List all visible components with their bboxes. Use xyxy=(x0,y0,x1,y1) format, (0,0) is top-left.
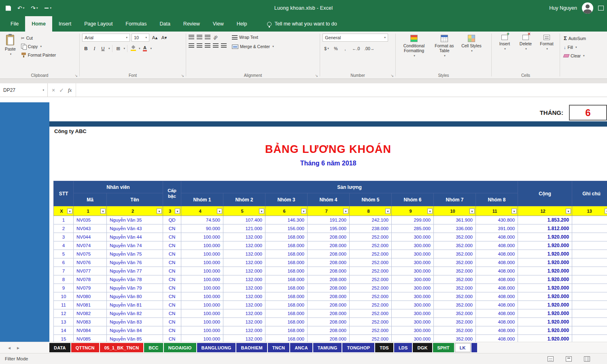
ribbon-tab-home[interactable]: Home xyxy=(25,16,52,32)
cell-nhom-2[interactable]: 132.000 xyxy=(223,309,265,318)
cell-nhom-3[interactable]: 168.000 xyxy=(265,301,308,309)
cell-nhom-8[interactable]: 408.000 xyxy=(476,284,518,292)
cell-nhom-1[interactable]: 100.000 xyxy=(181,301,223,309)
save-button[interactable] xyxy=(6,6,11,11)
cell-nhom-8[interactable]: 430.800 xyxy=(476,216,518,224)
cell-nhom-2[interactable]: 121.000 xyxy=(223,224,265,233)
ribbon-tab-view[interactable]: View xyxy=(206,16,230,32)
align-left-button[interactable] xyxy=(189,43,194,48)
cell-nhom-2[interactable]: 132.000 xyxy=(223,318,265,326)
cell-cong[interactable]: 1.920.000 xyxy=(518,309,572,318)
filter-cell-11[interactable]: 11▾ xyxy=(476,206,518,216)
cell-nhom-3[interactable]: 168.000 xyxy=(265,292,308,301)
filter-cell-X[interactable]: X▾ xyxy=(54,206,74,216)
cell-nhom-7[interactable]: 352.000 xyxy=(434,301,476,309)
autosum-button[interactable]: ΣAutoSum xyxy=(562,34,602,42)
cell-ghi-chu[interactable] xyxy=(572,318,607,326)
sheet-tab-qttncn[interactable]: QTTNCN xyxy=(71,343,99,352)
increase-font-button[interactable]: A▴ xyxy=(151,34,159,42)
cell-nhom-7[interactable]: 352.000 xyxy=(434,267,476,275)
cell-stt[interactable]: 3 xyxy=(54,233,74,241)
cell-cong[interactable]: 1.920.000 xyxy=(518,318,572,326)
cell-stt[interactable]: 4 xyxy=(54,241,74,250)
cell-ma[interactable]: NV085 xyxy=(74,335,107,342)
comma-style-button[interactable]: , xyxy=(341,44,349,52)
clipboard-dialog-launcher[interactable]: ↘ xyxy=(74,74,78,78)
filter-cell-8[interactable]: 8▾ xyxy=(350,206,392,216)
cell-nhom-2[interactable]: 132.000 xyxy=(223,326,265,335)
cell-stt[interactable]: 6 xyxy=(54,258,74,267)
cell-cap-bac[interactable]: CN xyxy=(163,292,181,301)
filter-dropdown-icon[interactable]: ▾ xyxy=(67,208,72,214)
cell-ghi-chu[interactable] xyxy=(572,250,607,258)
cell-nhom-6[interactable]: 300.000 xyxy=(392,326,434,335)
cell-nhom-1[interactable]: 100.000 xyxy=(181,318,223,326)
cell-nhom-5[interactable]: 252.000 xyxy=(350,241,392,250)
underline-button[interactable]: U xyxy=(99,44,107,52)
cell-nhom-7[interactable]: 352.000 xyxy=(434,250,476,258)
cell-nhom-4[interactable]: 208.000 xyxy=(308,275,350,284)
align-right-button[interactable] xyxy=(205,43,210,48)
cell-nhom-1[interactable]: 100.000 xyxy=(181,309,223,318)
cell-nhom-5[interactable]: 252.000 xyxy=(350,318,392,326)
cell-stt[interactable]: 13 xyxy=(54,318,74,326)
cell-ten[interactable]: Nguyễn Văn 85 xyxy=(107,335,163,342)
filter-cell-10[interactable]: 10▾ xyxy=(434,206,476,216)
cell-ma[interactable]: NV043 xyxy=(74,224,107,233)
cell-ma[interactable]: NV081 xyxy=(74,301,107,309)
cell-ghi-chu[interactable] xyxy=(572,292,607,301)
cell-nhom-5[interactable]: 238.000 xyxy=(350,224,392,233)
insert-cells-button[interactable]: Insert ▾ xyxy=(494,34,515,52)
font-color-button[interactable]: A xyxy=(141,44,149,52)
cell-ghi-chu[interactable] xyxy=(572,309,607,318)
tell-me-box[interactable]: Tell me what you want to do xyxy=(267,16,337,32)
ribbon-display-options-icon[interactable] xyxy=(598,6,604,11)
number-dialog-launcher[interactable]: ↘ xyxy=(391,74,394,78)
cell-nhom-5[interactable]: 252.000 xyxy=(350,250,392,258)
cell-nhom-1[interactable]: 100.000 xyxy=(181,250,223,258)
filter-cell-7[interactable]: 7▾ xyxy=(308,206,350,216)
cell-nhom-1[interactable]: 100.000 xyxy=(181,258,223,267)
cell-ten[interactable]: Nguyễn Văn 75 xyxy=(107,250,163,258)
month-value-cell[interactable]: 6 xyxy=(569,105,607,121)
cell-nhom-8[interactable]: 391.000 xyxy=(476,224,518,233)
cell-nhom-5[interactable]: 252.000 xyxy=(350,233,392,241)
formula-input[interactable] xyxy=(76,83,607,97)
accounting-format-button[interactable]: $▾ xyxy=(323,44,331,52)
cell-cap-bac[interactable]: CN xyxy=(163,250,181,258)
cell-ghi-chu[interactable] xyxy=(572,301,607,309)
cell-ten[interactable]: Nguyễn Văn 43 xyxy=(107,224,163,233)
cell-cong[interactable]: 1.920.000 xyxy=(518,267,572,275)
cell-nhom-7[interactable]: 352.000 xyxy=(434,258,476,267)
cell-ma[interactable]: NV044 xyxy=(74,233,107,241)
cell-nhom-3[interactable]: 168.000 xyxy=(265,233,308,241)
cell-nhom-6[interactable]: 299.000 xyxy=(392,216,434,224)
cell-nhom-7[interactable]: 352.000 xyxy=(434,233,476,241)
cell-nhom-5[interactable]: 242.100 xyxy=(350,216,392,224)
cell-nhom-2[interactable]: 132.000 xyxy=(223,233,265,241)
cell-nhom-4[interactable]: 208.000 xyxy=(308,292,350,301)
cell-ghi-chu[interactable] xyxy=(572,335,607,342)
sheet-tab-anca[interactable]: ANCA xyxy=(290,343,312,352)
page-layout-view-button[interactable] xyxy=(566,356,572,362)
cell-nhom-6[interactable]: 300.000 xyxy=(392,233,434,241)
cell-nhom-5[interactable]: 252.000 xyxy=(350,309,392,318)
merge-center-button[interactable]: Merge & Center▾ xyxy=(231,43,275,50)
orientation-button[interactable] xyxy=(212,34,219,41)
wrap-text-button[interactable]: Wrap Text xyxy=(231,34,275,40)
cell-ten[interactable]: Nguyễn Văn 79 xyxy=(107,284,163,292)
cell-ten[interactable]: Nguyễn Văn 44 xyxy=(107,233,163,241)
increase-indent-button[interactable] xyxy=(221,43,227,48)
previous-sheet-button[interactable]: ◂ xyxy=(8,345,11,351)
cell-ghi-chu[interactable] xyxy=(572,241,607,250)
cell-nhom-3[interactable]: 168.000 xyxy=(265,318,308,326)
cell-cong[interactable]: 1.812.000 xyxy=(518,224,572,233)
cell-ten[interactable]: Nguyễn Văn 82 xyxy=(107,309,163,318)
chevron-down-icon[interactable]: ▾ xyxy=(151,47,152,50)
sheet-tab-bcc[interactable]: BCC xyxy=(144,343,163,352)
cell-stt[interactable]: 8 xyxy=(54,275,74,284)
sheet-tab-ngoaigio[interactable]: NGOAIGIO xyxy=(164,343,196,352)
cell-stt[interactable]: 2 xyxy=(54,224,74,233)
next-sheet-button[interactable]: ▸ xyxy=(17,345,19,351)
cell-ten[interactable]: Nguyễn Văn 78 xyxy=(107,275,163,284)
